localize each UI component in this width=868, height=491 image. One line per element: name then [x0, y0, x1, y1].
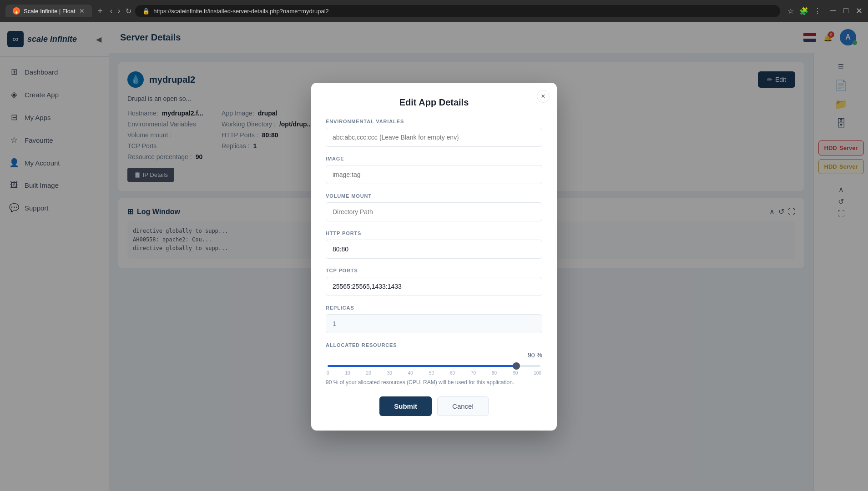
- maximize-button[interactable]: □: [843, 6, 848, 16]
- submit-button[interactable]: Submit: [379, 396, 432, 416]
- env-vars-group: ENVIRONMENTAL VARIALES: [326, 119, 542, 147]
- replicas-input[interactable]: [326, 314, 542, 333]
- slider-value-label: 90 %: [326, 351, 542, 359]
- volume-mount-input[interactable]: [326, 202, 542, 221]
- browser-chrome: 🔥 Scale Infinite | Float ✕ + ‹ › ↻ 🔒 htt…: [0, 0, 868, 22]
- modal-title: Edit App Details: [326, 97, 542, 108]
- env-vars-input[interactable]: [326, 128, 542, 147]
- replicas-form-label: REPLICAS: [326, 305, 542, 311]
- http-ports-group: HTTP PORTS: [326, 230, 542, 259]
- slider-container: 90 % 0 10 20 30 40 50 60 70 80 90 100: [326, 351, 542, 386]
- window-controls: ─ □ ✕: [830, 6, 863, 16]
- tcp-ports-input[interactable]: [326, 277, 542, 296]
- bookmark-icon[interactable]: ☆: [787, 7, 794, 15]
- modal-close-button[interactable]: ×: [537, 90, 550, 103]
- allocated-resources-group: ALLOCATED RESOURCES 90 % 0 10 20 30 40 5…: [326, 342, 542, 386]
- image-input[interactable]: [326, 165, 542, 184]
- slider-wrapper: [326, 361, 542, 369]
- new-tab-button[interactable]: +: [97, 6, 103, 16]
- browser-controls: ‹ › ↻: [110, 7, 132, 15]
- tab-title: Scale Infinite | Float: [24, 8, 76, 15]
- tcp-ports-group: TCP PORTS: [326, 268, 542, 296]
- env-vars-form-label: ENVIRONMENTAL VARIALES: [326, 119, 542, 124]
- extension-icon[interactable]: 🧩: [799, 7, 808, 15]
- modal-overlay: × Edit App Details ENVIRONMENTAL VARIALE…: [0, 22, 868, 491]
- edit-app-modal: × Edit App Details ENVIRONMENTAL VARIALE…: [311, 83, 557, 431]
- http-ports-form-label: HTTP PORTS: [326, 230, 542, 236]
- tcp-ports-form-label: TCP PORTS: [326, 268, 542, 273]
- browser-tab[interactable]: 🔥 Scale Infinite | Float ✕: [5, 5, 92, 17]
- browser-actions: ☆ 🧩 ⋮: [787, 7, 821, 15]
- cancel-button[interactable]: Cancel: [437, 396, 489, 416]
- minimize-button[interactable]: ─: [830, 6, 836, 16]
- slider-hint: 90 % of your allocated resources (CPU, R…: [326, 379, 542, 386]
- back-button[interactable]: ‹: [110, 7, 112, 15]
- replicas-group: REPLICAS: [326, 305, 542, 333]
- tab-favicon: 🔥: [13, 7, 20, 15]
- volume-mount-form-label: VOLUME MOUNT: [326, 193, 542, 199]
- lock-icon: 🔒: [142, 8, 150, 15]
- http-ports-input[interactable]: [326, 240, 542, 259]
- reload-button[interactable]: ↻: [126, 7, 131, 15]
- image-form-label: IMAGE: [326, 156, 542, 161]
- image-group: IMAGE: [326, 156, 542, 184]
- resource-slider[interactable]: [328, 365, 540, 367]
- allocated-resources-label: ALLOCATED RESOURCES: [326, 342, 542, 348]
- menu-icon[interactable]: ⋮: [814, 7, 821, 15]
- address-bar[interactable]: 🔒 https://scaleinfinite.fr/installed-ser…: [135, 5, 780, 17]
- slider-ticks: 0 10 20 30 40 50 60 70 80 90 100: [326, 371, 542, 376]
- url-display: https://scaleinfinite.fr/installed-serve…: [153, 8, 773, 15]
- close-window-button[interactable]: ✕: [856, 6, 863, 16]
- modal-footer: Submit Cancel: [326, 396, 542, 416]
- tab-close-button[interactable]: ✕: [79, 7, 85, 15]
- forward-button[interactable]: ›: [118, 7, 120, 15]
- volume-mount-group: VOLUME MOUNT: [326, 193, 542, 221]
